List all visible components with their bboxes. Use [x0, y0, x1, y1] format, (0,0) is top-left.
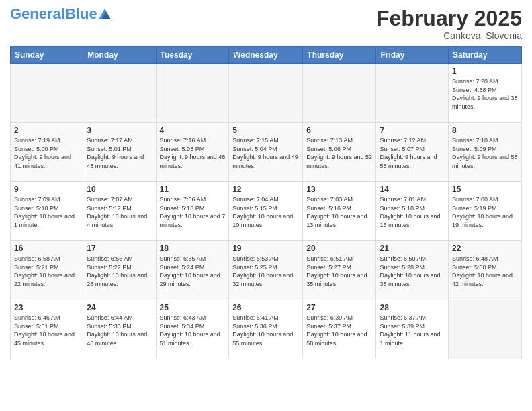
day-header-saturday: Saturday [449, 47, 522, 64]
calendar-cell: 25Sunrise: 6:43 AM Sunset: 5:34 PM Dayli… [156, 300, 229, 359]
day-number: 3 [87, 126, 152, 135]
calendar-cell: 20Sunrise: 6:51 AM Sunset: 5:27 PM Dayli… [303, 241, 376, 300]
calendar-cell: 11Sunrise: 7:06 AM Sunset: 5:13 PM Dayli… [156, 182, 229, 241]
calendar-cell [303, 64, 376, 123]
day-info: Sunrise: 7:04 AM Sunset: 5:15 PM Dayligh… [232, 195, 299, 229]
week-row-1: 2Sunrise: 7:19 AM Sunset: 5:00 PM Daylig… [11, 123, 522, 182]
day-info: Sunrise: 6:37 AM Sunset: 5:39 PM Dayligh… [380, 314, 445, 347]
calendar-cell: 4Sunrise: 7:16 AM Sunset: 5:03 PM Daylig… [156, 123, 229, 182]
calendar-cell: 19Sunrise: 6:53 AM Sunset: 5:25 PM Dayli… [229, 241, 303, 300]
day-info: Sunrise: 6:53 AM Sunset: 5:25 PM Dayligh… [232, 255, 299, 288]
calendar-cell [376, 64, 449, 123]
calendar-cell: 8Sunrise: 7:10 AM Sunset: 5:09 PM Daylig… [449, 123, 522, 182]
day-number: 7 [380, 126, 445, 135]
logo-icon [99, 8, 111, 20]
calendar-cell: 17Sunrise: 6:56 AM Sunset: 5:22 PM Dayli… [83, 241, 156, 300]
day-info: Sunrise: 7:12 AM Sunset: 5:07 PM Dayligh… [380, 136, 445, 170]
week-row-0: 1Sunrise: 7:20 AM Sunset: 4:58 PM Daylig… [11, 64, 522, 123]
day-number: 16 [14, 244, 79, 253]
calendar-cell: 3Sunrise: 7:17 AM Sunset: 5:01 PM Daylig… [83, 123, 156, 182]
calendar-cell: 18Sunrise: 6:55 AM Sunset: 5:24 PM Dayli… [156, 241, 229, 300]
calendar-cell: 15Sunrise: 7:00 AM Sunset: 5:19 PM Dayli… [449, 182, 522, 241]
day-number: 18 [160, 244, 226, 253]
day-info: Sunrise: 6:43 AM Sunset: 5:34 PM Dayligh… [160, 314, 226, 347]
calendar-cell: 28Sunrise: 6:37 AM Sunset: 5:39 PM Dayli… [376, 300, 449, 359]
day-info: Sunrise: 7:07 AM Sunset: 5:12 PM Dayligh… [87, 195, 152, 229]
day-info: Sunrise: 7:13 AM Sunset: 5:06 PM Dayligh… [306, 136, 372, 170]
day-number: 27 [306, 303, 372, 312]
calendar-cell: 27Sunrise: 6:39 AM Sunset: 5:37 PM Dayli… [303, 300, 376, 359]
day-info: Sunrise: 6:41 AM Sunset: 5:36 PM Dayligh… [232, 314, 299, 347]
day-header-sunday: Sunday [11, 47, 83, 64]
day-info: Sunrise: 7:17 AM Sunset: 5:01 PM Dayligh… [87, 136, 152, 170]
day-number: 21 [380, 244, 445, 253]
day-info: Sunrise: 7:06 AM Sunset: 5:13 PM Dayligh… [160, 195, 226, 229]
day-info: Sunrise: 6:39 AM Sunset: 5:37 PM Dayligh… [306, 314, 372, 347]
day-info: Sunrise: 6:51 AM Sunset: 5:27 PM Dayligh… [306, 255, 372, 288]
week-row-4: 23Sunrise: 6:46 AM Sunset: 5:31 PM Dayli… [11, 300, 522, 359]
day-info: Sunrise: 7:10 AM Sunset: 5:09 PM Dayligh… [452, 136, 518, 170]
day-number: 23 [14, 303, 79, 312]
day-header-friday: Friday [376, 47, 449, 64]
calendar-cell: 24Sunrise: 6:44 AM Sunset: 5:33 PM Dayli… [83, 300, 156, 359]
calendar-cell [11, 64, 83, 123]
day-number: 9 [14, 185, 79, 194]
day-number: 11 [160, 185, 226, 194]
calendar-cell: 26Sunrise: 6:41 AM Sunset: 5:36 PM Dayli… [229, 300, 303, 359]
day-info: Sunrise: 6:46 AM Sunset: 5:31 PM Dayligh… [14, 314, 79, 347]
day-info: Sunrise: 6:56 AM Sunset: 5:22 PM Dayligh… [87, 255, 152, 288]
day-number: 14 [380, 185, 445, 194]
week-row-2: 9Sunrise: 7:09 AM Sunset: 5:10 PM Daylig… [11, 182, 522, 241]
day-number: 26 [232, 303, 299, 312]
calendar-cell: 9Sunrise: 7:09 AM Sunset: 5:10 PM Daylig… [11, 182, 83, 241]
logo-text: GeneralBlue [10, 7, 97, 21]
day-info: Sunrise: 6:55 AM Sunset: 5:24 PM Dayligh… [160, 255, 226, 288]
day-number: 25 [160, 303, 226, 312]
calendar-cell: 6Sunrise: 7:13 AM Sunset: 5:06 PM Daylig… [303, 123, 376, 182]
day-number: 12 [232, 185, 299, 194]
calendar-cell: 5Sunrise: 7:15 AM Sunset: 5:04 PM Daylig… [229, 123, 303, 182]
day-number: 24 [87, 303, 152, 312]
calendar-cell: 12Sunrise: 7:04 AM Sunset: 5:15 PM Dayli… [229, 182, 303, 241]
day-info: Sunrise: 7:15 AM Sunset: 5:04 PM Dayligh… [232, 136, 299, 170]
day-info: Sunrise: 7:20 AM Sunset: 4:58 PM Dayligh… [452, 77, 518, 111]
day-number: 22 [452, 244, 518, 253]
calendar-cell [83, 64, 156, 123]
day-info: Sunrise: 6:50 AM Sunset: 5:28 PM Dayligh… [380, 255, 445, 288]
logo: GeneralBlue [10, 7, 111, 21]
header-row: SundayMondayTuesdayWednesdayThursdayFrid… [11, 47, 522, 64]
calendar-cell: 10Sunrise: 7:07 AM Sunset: 5:12 PM Dayli… [83, 182, 156, 241]
day-number: 6 [306, 126, 372, 135]
day-header-tuesday: Tuesday [156, 47, 229, 64]
day-info: Sunrise: 6:44 AM Sunset: 5:33 PM Dayligh… [87, 314, 152, 347]
calendar-cell: 13Sunrise: 7:03 AM Sunset: 5:16 PM Dayli… [303, 182, 376, 241]
day-info: Sunrise: 7:16 AM Sunset: 5:03 PM Dayligh… [160, 136, 226, 170]
day-number: 2 [14, 126, 79, 135]
day-number: 15 [452, 185, 518, 194]
calendar-cell: 1Sunrise: 7:20 AM Sunset: 4:58 PM Daylig… [449, 64, 522, 123]
calendar-cell: 2Sunrise: 7:19 AM Sunset: 5:00 PM Daylig… [11, 123, 83, 182]
day-header-monday: Monday [83, 47, 156, 64]
day-number: 28 [380, 303, 445, 312]
calendar-cell [229, 64, 303, 123]
day-number: 13 [306, 185, 372, 194]
day-header-thursday: Thursday [303, 47, 376, 64]
day-number: 1 [452, 66, 518, 76]
day-number: 4 [160, 126, 226, 135]
day-number: 5 [232, 126, 299, 135]
month-title: February 2025 [376, 7, 522, 30]
day-info: Sunrise: 7:03 AM Sunset: 5:16 PM Dayligh… [306, 195, 372, 229]
day-info: Sunrise: 6:58 AM Sunset: 5:21 PM Dayligh… [14, 255, 79, 288]
day-number: 19 [232, 244, 299, 253]
day-info: Sunrise: 6:48 AM Sunset: 5:30 PM Dayligh… [452, 255, 518, 288]
calendar: SundayMondayTuesdayWednesdayThursdayFrid… [10, 46, 522, 359]
calendar-cell: 21Sunrise: 6:50 AM Sunset: 5:28 PM Dayli… [376, 241, 449, 300]
location: Cankova, Slovenia [376, 30, 522, 41]
calendar-cell [156, 64, 229, 123]
day-info: Sunrise: 7:19 AM Sunset: 5:00 PM Dayligh… [14, 136, 79, 170]
calendar-cell: 14Sunrise: 7:01 AM Sunset: 5:18 PM Dayli… [376, 182, 449, 241]
page: GeneralBlue February 2025 Cankova, Slove… [0, 0, 532, 366]
week-row-3: 16Sunrise: 6:58 AM Sunset: 5:21 PM Dayli… [11, 241, 522, 300]
day-number: 17 [87, 244, 152, 253]
calendar-cell: 16Sunrise: 6:58 AM Sunset: 5:21 PM Dayli… [11, 241, 83, 300]
